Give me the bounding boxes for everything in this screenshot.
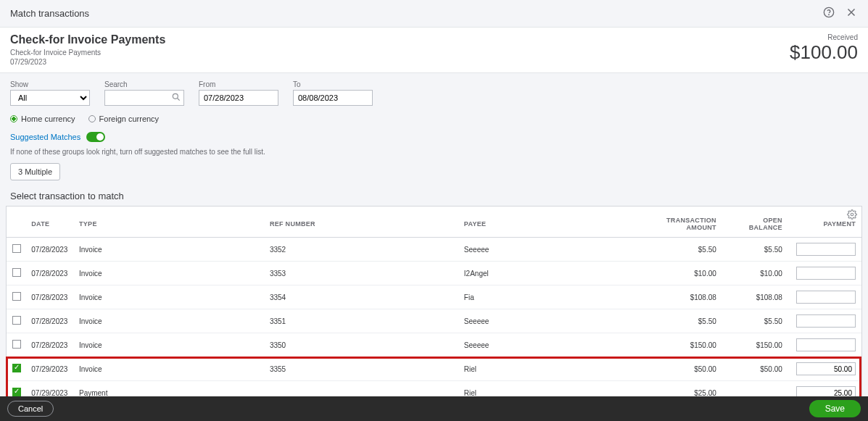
gear-icon[interactable] xyxy=(847,209,857,222)
cell-ref: 3355 xyxy=(264,357,458,381)
cell-date: 07/28/2023 xyxy=(25,285,73,309)
radio-dot-selected xyxy=(10,115,17,122)
svg-point-3 xyxy=(851,213,853,216)
cancel-button[interactable]: Cancel xyxy=(7,401,54,417)
cell-ref: 3350 xyxy=(264,333,458,357)
suggested-matches-toggle[interactable] xyxy=(86,132,105,142)
col-date[interactable]: DATE xyxy=(25,207,73,238)
table-row[interactable]: 07/28/2023Invoice3352Seeeee$5.50$5.50 xyxy=(7,238,861,262)
cell-balance: $10.00 xyxy=(722,262,788,285)
cell-type: Invoice xyxy=(73,309,264,333)
received-label: Received xyxy=(790,33,858,41)
col-type[interactable]: TYPE xyxy=(73,207,264,238)
cell-date: 07/28/2023 xyxy=(25,262,73,285)
cell-payee: Seeeee xyxy=(458,238,649,262)
to-label: To xyxy=(293,80,373,88)
from-label: From xyxy=(199,80,278,88)
row-checkbox[interactable] xyxy=(12,244,21,253)
cell-date: 07/28/2023 xyxy=(25,309,73,333)
suggested-matches-label: Suggested Matches xyxy=(10,133,80,141)
search-input[interactable] xyxy=(104,90,184,106)
cell-type: Invoice xyxy=(73,238,264,262)
payment-input[interactable] xyxy=(796,243,856,256)
table-row[interactable]: 07/28/2023Invoice3350Seeeee$150.00$150.0… xyxy=(7,333,861,357)
cell-type: Invoice xyxy=(73,285,264,309)
home-currency-radio[interactable]: Home currency xyxy=(10,114,75,123)
home-currency-label: Home currency xyxy=(21,114,75,123)
col-amount[interactable]: TRANSACTION AMOUNT xyxy=(649,207,722,238)
cell-payee: I2Angel xyxy=(458,262,649,285)
cell-payee: Seeeee xyxy=(458,309,649,333)
cell-date: 07/28/2023 xyxy=(25,333,73,357)
show-label: Show xyxy=(10,80,90,88)
col-ref[interactable]: REF NUMBER xyxy=(264,207,458,238)
search-label: Search xyxy=(104,80,184,88)
col-checkbox xyxy=(7,207,25,238)
cell-amount: $150.00 xyxy=(649,333,722,357)
group-button[interactable]: 3 Multiple xyxy=(10,163,60,180)
row-checkbox[interactable] xyxy=(12,388,21,396)
radio-dot xyxy=(88,115,96,122)
svg-point-1 xyxy=(829,14,830,15)
cell-ref: 3351 xyxy=(264,309,458,333)
save-button[interactable]: Save xyxy=(809,400,861,417)
table-row[interactable]: 07/29/2023Invoice3355Riel$50.00$50.00 xyxy=(7,357,861,381)
cell-balance: $5.50 xyxy=(722,309,788,333)
cell-amount: $10.00 xyxy=(649,262,722,285)
cell-payee: Seeeee xyxy=(458,333,649,357)
foreign-currency-label: Foreign currency xyxy=(99,114,160,123)
cell-ref: 3352 xyxy=(264,238,458,262)
cell-balance: $5.50 xyxy=(722,238,788,262)
cell-ref: 3353 xyxy=(264,262,458,285)
payment-input[interactable] xyxy=(796,362,856,375)
section-title: Select transaction to match xyxy=(0,188,868,206)
to-date-input[interactable] xyxy=(293,90,373,106)
cell-ref: 3354 xyxy=(264,285,458,309)
table-row[interactable]: 07/28/2023Invoice3351Seeeee$5.50$5.50 xyxy=(7,309,861,333)
cell-balance: $150.00 xyxy=(722,333,788,357)
payment-input[interactable] xyxy=(796,267,856,280)
table-row[interactable]: 07/28/2023Invoice3353I2Angel$10.00$10.00 xyxy=(7,262,861,285)
row-checkbox[interactable] xyxy=(12,364,21,372)
cell-balance: $50.00 xyxy=(722,357,788,381)
page-title: Match transactions xyxy=(10,8,89,19)
cell-payee: Fia xyxy=(458,285,649,309)
transaction-title: Check-for Invoice Payments xyxy=(10,33,165,46)
cell-payee: Riel xyxy=(458,357,649,381)
from-date-input[interactable] xyxy=(199,90,278,106)
cell-type: Invoice xyxy=(73,333,264,357)
row-checkbox[interactable] xyxy=(12,340,21,349)
suggested-hint: If none of these groups look right, turn… xyxy=(0,146,868,163)
cell-type: Invoice xyxy=(73,357,264,381)
payment-input[interactable] xyxy=(796,291,856,304)
row-checkbox[interactable] xyxy=(12,268,21,277)
row-checkbox[interactable] xyxy=(12,292,21,301)
cell-date: 07/28/2023 xyxy=(25,238,73,262)
transaction-date: 07/29/2023 xyxy=(10,57,165,67)
payment-input[interactable] xyxy=(796,314,856,328)
cell-amount: $108.08 xyxy=(649,285,722,309)
close-icon[interactable] xyxy=(845,6,858,21)
payment-input[interactable] xyxy=(796,338,856,351)
received-amount: $100.00 xyxy=(790,41,858,64)
foreign-currency-radio[interactable]: Foreign currency xyxy=(88,114,160,123)
help-icon[interactable] xyxy=(823,7,835,20)
cell-amount: $5.50 xyxy=(649,309,722,333)
cell-type: Invoice xyxy=(73,262,264,285)
col-payee[interactable]: PAYEE xyxy=(458,207,649,238)
table-row[interactable]: 07/28/2023Invoice3354Fia$108.08$108.08 xyxy=(7,285,861,309)
cell-amount: $5.50 xyxy=(649,238,722,262)
cell-balance: $108.08 xyxy=(722,285,788,309)
show-select[interactable]: All xyxy=(10,90,90,106)
transaction-subtitle: Check-for Invoice Payments xyxy=(10,48,165,57)
row-checkbox[interactable] xyxy=(12,316,21,325)
cell-date: 07/29/2023 xyxy=(25,357,73,381)
cell-amount: $50.00 xyxy=(649,357,722,381)
col-balance[interactable]: OPEN BALANCE xyxy=(722,207,788,238)
